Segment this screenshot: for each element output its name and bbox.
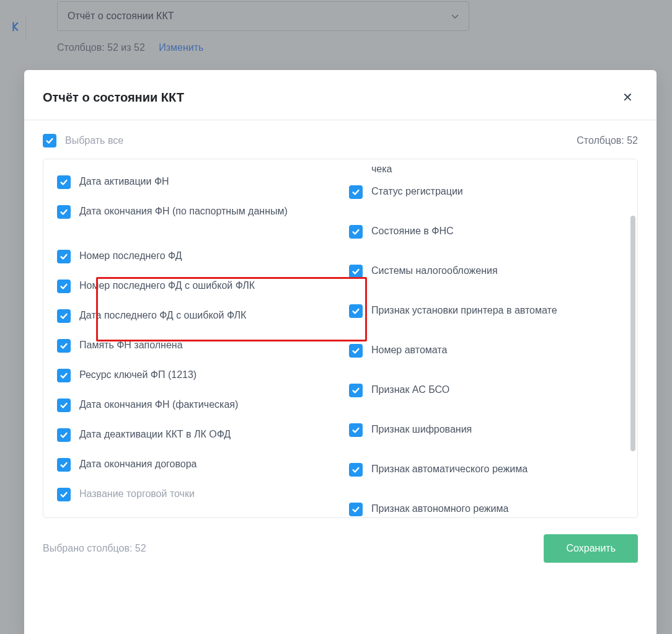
- column-checkbox[interactable]: [349, 344, 363, 358]
- column-item-label: Номер автомата: [371, 343, 447, 358]
- columns-total-count: Столбцов: 52: [577, 135, 638, 146]
- column-item[interactable]: Признак АС БСО: [349, 382, 624, 416]
- column-item-label: Признак автоматического режима: [371, 462, 528, 477]
- column-item-label: чека: [371, 162, 392, 177]
- column-checkbox[interactable]: [349, 503, 363, 516]
- modal-footer: Выбрано столбцов: 52 Сохранить: [24, 518, 657, 575]
- column-checkbox[interactable]: [57, 398, 71, 412]
- column-item-label: Дата активации ФН: [79, 174, 169, 189]
- column-item[interactable]: Память ФН заполнена: [57, 334, 332, 364]
- column-item[interactable]: Признак автономного режима: [349, 501, 624, 517]
- column-item[interactable]: Дата деактивации ККТ в ЛК ОФД: [57, 423, 332, 453]
- column-item[interactable]: Признак автоматического режима: [349, 462, 624, 495]
- column-item-label: Ресурс ключей ФП (1213): [79, 368, 197, 382]
- column-item[interactable]: Номер последнего ФД: [57, 245, 332, 275]
- column-checkbox[interactable]: [349, 225, 363, 239]
- column-item-label: Признак автономного режима: [371, 501, 508, 516]
- columns-list-container: Дата активации ФНДата окончания ФН (по п…: [43, 159, 638, 518]
- column-checkbox[interactable]: [57, 280, 71, 293]
- column-item[interactable]: Системы налогообложения: [349, 263, 624, 297]
- column-checkbox[interactable]: [57, 175, 71, 189]
- column-item[interactable]: Номер последнего ФД с ошибкой ФЛК: [57, 275, 332, 304]
- modal-title: Отчёт о состоянии ККТ: [43, 90, 184, 105]
- column-item-label: Номер последнего ФД с ошибкой ФЛК: [79, 278, 255, 293]
- column-checkbox[interactable]: [57, 309, 71, 323]
- column-checkbox[interactable]: [349, 185, 363, 199]
- select-all-label: Выбрать все: [65, 135, 123, 146]
- column-item-label: Признак АС БСО: [371, 382, 449, 397]
- column-item[interactable]: Дата окончания ФН (по паспортным данным): [57, 200, 332, 245]
- column-item-label: Дата окончания ФН (фактическая): [79, 397, 238, 412]
- column-checkbox[interactable]: [57, 369, 71, 382]
- column-item-label: Статус регистрации: [371, 184, 463, 199]
- modal-header: Отчёт о состоянии ККТ ✕: [24, 70, 657, 120]
- column-item[interactable]: Статус регистрации: [349, 184, 624, 218]
- column-checkbox[interactable]: [57, 458, 71, 472]
- column-item[interactable]: Ресурс ключей ФП (1213): [57, 364, 332, 394]
- column-item-label: Признак шифрования: [371, 422, 472, 437]
- close-button[interactable]: ✕: [617, 87, 638, 107]
- save-button[interactable]: Сохранить: [544, 534, 638, 563]
- column-checkbox[interactable]: [57, 488, 71, 501]
- select-all-row: Выбрать все Столбцов: 52: [24, 120, 657, 159]
- column-item-label: Дата последнего ФД с ошибкой ФЛК: [79, 308, 246, 323]
- scrollbar-thumb[interactable]: [630, 216, 635, 451]
- column-checkbox[interactable]: [57, 428, 71, 442]
- columns-scroll-area[interactable]: Дата активации ФНДата окончания ФН (по п…: [43, 159, 637, 517]
- column-item[interactable]: Состояние в ФНС: [349, 224, 624, 257]
- column-checkbox[interactable]: [349, 265, 363, 278]
- column-item[interactable]: Дата последнего ФД с ошибкой ФЛК: [57, 304, 332, 334]
- selected-count-label: Выбрано столбцов: 52: [43, 543, 146, 554]
- column-item-label: Номер последнего ФД: [79, 249, 182, 263]
- column-item[interactable]: Дата окончания договора: [57, 453, 332, 483]
- column-item[interactable]: Признак шифрования: [349, 422, 624, 456]
- column-item-label: Дата деактивации ККТ в ЛК ОФД: [79, 427, 231, 442]
- columns-left: Дата активации ФНДата окончания ФН (по п…: [57, 170, 332, 517]
- column-checkbox[interactable]: [57, 250, 71, 263]
- column-checkbox[interactable]: [57, 205, 71, 219]
- column-item[interactable]: Номер автомата: [349, 343, 624, 376]
- column-item-label: Память ФН заполнена: [79, 338, 183, 353]
- column-item-label: Системы налогообложения: [371, 263, 498, 278]
- close-icon: ✕: [622, 90, 633, 104]
- column-checkbox[interactable]: [349, 463, 363, 477]
- column-item-label: Дата окончания ФН (по паспортным данным): [79, 204, 288, 219]
- columns-right: чекаСтатус регистрацииСостояние в ФНССис…: [349, 162, 624, 517]
- column-item[interactable]: Дата окончания ФН (фактическая): [57, 394, 332, 423]
- column-item[interactable]: чека: [349, 162, 624, 178]
- column-item-label: Дата окончания договора: [79, 457, 197, 472]
- column-checkbox[interactable]: [349, 423, 363, 437]
- column-item-label: Признак установки принтера в автомате: [371, 303, 557, 318]
- column-item-label: Состояние в ФНС: [371, 224, 454, 239]
- column-item-label: Название торговой точки: [79, 487, 195, 501]
- scrollbar-track[interactable]: [630, 163, 636, 514]
- column-item[interactable]: Признак установки принтера в автомате: [349, 303, 624, 337]
- select-all-checkbox[interactable]: [43, 134, 56, 147]
- columns-modal: Отчёт о состоянии ККТ ✕ Выбрать все Стол…: [24, 70, 657, 634]
- column-checkbox[interactable]: [57, 339, 71, 353]
- column-item[interactable]: Название торговой точки: [57, 483, 332, 513]
- column-checkbox[interactable]: [349, 304, 363, 318]
- select-all-control[interactable]: Выбрать все: [43, 134, 123, 147]
- column-checkbox[interactable]: [349, 384, 363, 397]
- column-item[interactable]: Дата активации ФН: [57, 170, 332, 200]
